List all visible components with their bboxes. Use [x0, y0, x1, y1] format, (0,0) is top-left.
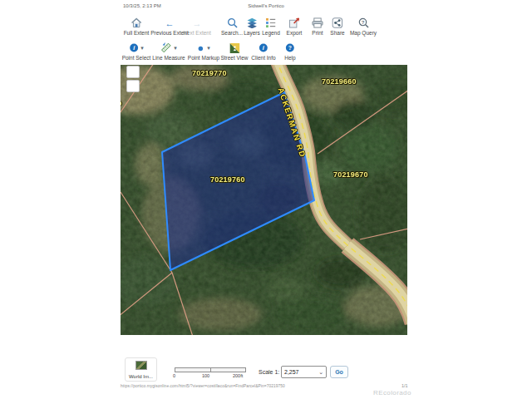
- edge-label-fragment: 0: [121, 100, 121, 107]
- print-icon: [312, 17, 323, 29]
- page-indicator: 1/1: [401, 383, 408, 388]
- basemap-label: World Im...: [126, 374, 156, 379]
- scale-select[interactable]: 2,257 ⌄: [281, 366, 327, 378]
- toolbar-button-client-info[interactable]: i Client Info: [251, 42, 275, 61]
- toolbar-button-legend[interactable]: Legend: [262, 17, 280, 36]
- toolbar-button-search[interactable]: Search...: [221, 17, 243, 36]
- chevron-down-icon[interactable]: ▾: [207, 45, 210, 52]
- svg-text:?: ?: [288, 45, 292, 51]
- toolbar-button-label: Share: [330, 30, 344, 36]
- chevron-down-icon: ⌄: [318, 369, 323, 376]
- chevron-down-icon[interactable]: ▾: [140, 45, 144, 52]
- toolbar-button-point-select[interactable]: i▾ Point Select: [122, 42, 151, 61]
- print-url: https://portico.mygisonline.com/html5/?v…: [121, 384, 285, 388]
- legend-icon: [262, 17, 280, 29]
- toolbar-button-print[interactable]: Print: [312, 17, 323, 36]
- parcel-label: 70219770: [192, 69, 227, 77]
- street-view-icon: [220, 42, 248, 54]
- help-circle-icon: ?: [284, 42, 295, 54]
- toolbar-button-label: Map Query: [350, 30, 377, 36]
- parcel-label-highlighted: 70219760: [210, 175, 245, 184]
- toolbar-button-line-measure[interactable]: ▾ Line Measure: [152, 42, 185, 61]
- toolbar-button-street-view[interactable]: Street View: [220, 42, 248, 61]
- basemap-selector[interactable]: World Im...: [125, 357, 157, 382]
- toolbar-button-label: Legend: [262, 30, 280, 36]
- toolbar-button-full-extent[interactable]: Full Extent: [124, 17, 150, 36]
- scale-bar-start-label: 0: [173, 373, 175, 378]
- toolbar-button-next-extent: → Next Extent: [183, 17, 211, 36]
- toolbar-button-label: Client Info: [251, 55, 275, 61]
- search-icon: [221, 17, 243, 29]
- parcel-label: 70219670: [333, 170, 368, 179]
- scale-bar: [175, 367, 246, 372]
- svg-text:?: ?: [361, 20, 364, 25]
- toolbar-button-label: Full Extent: [124, 30, 150, 36]
- toolbar-button-label: Next Extent: [183, 30, 211, 36]
- aerial-imagery: [121, 65, 407, 335]
- toolbar-button-label: Export: [287, 30, 303, 36]
- share-icon: [330, 17, 344, 29]
- scale-caption: Scale 1:: [259, 369, 279, 375]
- info-circle-icon: i: [251, 42, 275, 54]
- toolbar-button-label: Help: [284, 55, 295, 61]
- toolbar-button-label: Point Markup: [188, 55, 219, 61]
- toolbar-button-export[interactable]: Export: [287, 17, 303, 36]
- zoom-out-button[interactable]: [126, 80, 140, 92]
- basemap-thumbnail-icon: [135, 361, 147, 370]
- ruler-icon: [160, 41, 171, 56]
- toolbar-button-help[interactable]: ? Help: [284, 42, 295, 61]
- toolbar-button-label: Print: [312, 30, 323, 36]
- toolbar-button-share[interactable]: Share: [330, 17, 344, 36]
- recolorado-watermark: REcolorado: [373, 389, 411, 397]
- toolbar-button-map-query[interactable]: ? Map Query: [350, 17, 377, 36]
- page-title: Sidwell's Portico: [0, 3, 532, 8]
- scale-bar-end-label: 200ft: [233, 373, 243, 378]
- map-query-icon: ?: [350, 17, 377, 29]
- go-button[interactable]: Go: [330, 366, 348, 378]
- chevron-down-icon[interactable]: ▾: [174, 45, 177, 52]
- scale-select-value: 2,257: [284, 369, 299, 375]
- toolbar-button-label: Point Select: [122, 55, 151, 61]
- toolbar-button-label: Layers: [244, 30, 260, 36]
- zoom-in-button[interactable]: [126, 66, 140, 78]
- info-circle-icon: i: [129, 41, 138, 56]
- export-icon: [287, 17, 303, 29]
- arrow-right-icon: →: [183, 17, 211, 29]
- home-icon: [124, 17, 150, 29]
- toolbar-button-label: Line Measure: [152, 55, 185, 61]
- scale-bar-mid-label: 100: [202, 373, 209, 378]
- toolbar-button-layers[interactable]: Layers: [244, 17, 260, 36]
- toolbar-button-label: Street View: [220, 55, 248, 61]
- layers-icon: [244, 17, 260, 29]
- point-icon: [197, 41, 204, 56]
- parcel-label: 70219660: [322, 77, 357, 86]
- map-viewport[interactable]: 70219770 70219660 70219670 70219760 ACKE…: [121, 65, 407, 335]
- toolbar-button-point-markup[interactable]: ▾ Point Markup: [188, 42, 219, 61]
- toolbar-button-label: Search...: [221, 30, 243, 36]
